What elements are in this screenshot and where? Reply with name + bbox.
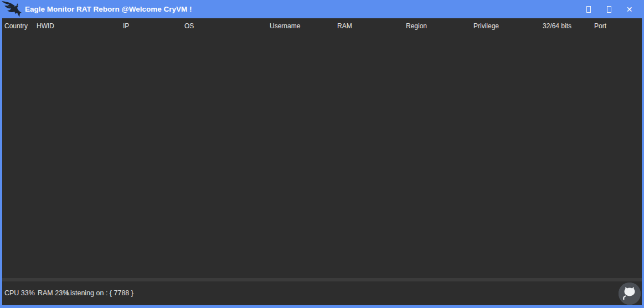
column-header-region[interactable]: Region xyxy=(406,18,427,34)
column-header-port[interactable]: Port xyxy=(594,18,606,34)
column-header-username[interactable]: Username xyxy=(270,18,300,34)
minimize-icon xyxy=(586,6,591,13)
listening-port-label: Listening on : { 7788 } xyxy=(66,281,133,305)
minimize-button[interactable] xyxy=(578,0,599,18)
column-header-os[interactable]: OS xyxy=(184,18,194,34)
column-header-ip[interactable]: IP xyxy=(123,18,129,34)
window-title: Eagle Monitor RAT Reborn @Welcome CryVM … xyxy=(25,0,192,18)
clients-list-body xyxy=(2,34,642,278)
eagle-icon xyxy=(1,1,22,18)
window-controls: ✕ xyxy=(578,0,640,18)
app-window: Eagle Monitor RAT Reborn @Welcome CryVM … xyxy=(0,0,644,308)
maximize-icon xyxy=(607,6,611,13)
cpu-usage-label: CPU 33% xyxy=(4,281,35,305)
github-octocat-icon xyxy=(619,283,641,305)
column-header-bits[interactable]: 32/64 bits xyxy=(543,18,571,34)
clients-table-header: Country HWID IP OS Username RAM Region P… xyxy=(2,18,642,34)
title-bar[interactable]: Eagle Monitor RAT Reborn @Welcome CryVM … xyxy=(0,0,644,18)
close-button[interactable]: ✕ xyxy=(619,0,640,18)
ram-usage-label: RAM 23% xyxy=(38,281,69,305)
client-area: Country HWID IP OS Username RAM Region P… xyxy=(2,18,642,305)
column-header-hwid[interactable]: HWID xyxy=(37,18,54,34)
column-header-ram[interactable]: RAM xyxy=(337,18,352,34)
column-header-privilege[interactable]: Privilege xyxy=(473,18,499,34)
github-button[interactable] xyxy=(619,283,641,305)
status-bar: CPU 33% RAM 23% Listening on : { 7788 } xyxy=(2,281,642,305)
close-icon: ✕ xyxy=(626,6,633,13)
column-header-country[interactable]: Country xyxy=(4,18,28,34)
maximize-button[interactable] xyxy=(599,0,619,18)
